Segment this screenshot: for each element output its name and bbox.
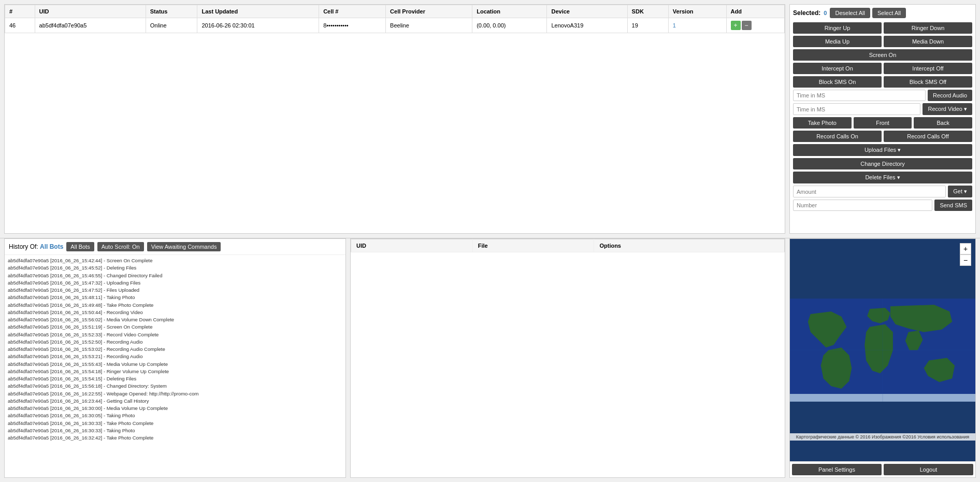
files-col-uid: UID [351,239,473,252]
time-ms-input-2[interactable] [793,103,920,115]
ringer-up-button[interactable]: Ringer Up [793,22,882,34]
select-all-button[interactable]: Select All [872,8,906,18]
col-cell-provider: Cell Provider [386,5,472,18]
block-sms-off-button[interactable]: Block SMS Off [884,76,972,88]
history-log-entry: ab5df4dfa07e90a5 [2016_06_26_16:32:42] -… [8,434,342,442]
record-calls-off-button[interactable]: Record Calls Off [884,131,972,142]
history-log-entry: ab5df4dfa07e90a5 [2016_06_26_15:52:33] -… [8,331,342,338]
intercept-on-button[interactable]: Intercept On [793,63,882,74]
history-log: ab5df4dfa07e90a5 [2016_06_26_15:42:44] -… [5,255,345,477]
zoom-in-button[interactable]: + [960,243,971,254]
time-ms-input-1[interactable] [793,90,926,101]
map-footer: Panel Settings Logout [790,461,975,477]
history-log-entry: ab5df4dfa07e90a5 [2016_06_26_16:30:33] -… [8,427,342,434]
media-up-button[interactable]: Media Up [793,36,882,47]
media-down-button[interactable]: Media Down [884,36,972,47]
col-last-updated: Last Updated [197,5,319,18]
record-audio-button[interactable]: Record Audio [928,90,972,101]
history-log-entry: ab5df4dfa07e90a5 [2016_06_26_15:53:21] -… [8,353,342,360]
row-num: 46 [5,18,35,33]
history-log-entry: ab5df4dfa07e90a5 [2016_06_26_16:23:44] -… [8,398,342,405]
row-status: Online [146,18,197,33]
select-btn-group: Deselect All Select All [830,8,906,18]
back-button[interactable]: Back [914,117,972,129]
history-log-entry: ab5df4dfa07e90a5 [2016_06_26_15:52:50] -… [8,338,342,346]
front-button[interactable]: Front [854,117,912,129]
row-version: 1 [668,18,726,33]
control-panel: Selected: 0 Deselect All Select All Ring… [789,4,976,234]
row-cell-provider: Beeline [386,18,472,33]
all-bots-button[interactable]: All Bots [66,242,94,251]
change-directory-button[interactable]: Change Directory [793,158,972,169]
map-panel: + − Картографические данные © 2016 Изобр… [789,238,976,478]
history-log-entry: ab5df4dfa07e90a5 [2016_06_26_15:56:18] -… [8,382,342,390]
selected-count: 0 [824,10,827,16]
row-location: (0.00, 0.00) [472,18,547,33]
history-log-entry: ab5df4dfa07e90a5 [2016_06_26_16:30:33] -… [8,420,342,427]
row-add[interactable]: + − [726,18,784,33]
row-last-updated: 2016-06-26 02:30:01 [197,18,319,33]
ringer-down-button[interactable]: Ringer Down [884,22,972,34]
add-plus-button[interactable]: + [731,21,741,30]
auto-scroll-button[interactable]: Auto Scroll: On [97,242,144,251]
deselect-all-button[interactable]: Deselect All [830,8,870,18]
take-photo-button[interactable]: Take Photo [793,117,852,129]
history-title: History Of: All Bots [9,243,63,250]
history-log-entry: ab5df4dfa07e90a5 [2016_06_26_15:48:11] -… [8,294,342,301]
selected-label: Selected: [793,9,820,17]
history-title-text: History Of: [9,243,38,250]
panel-settings-button[interactable]: Panel Settings [792,464,882,475]
map-attribution: Картографические данные © 2016 Изображен… [790,433,975,441]
history-log-entry: ab5df4dfa07e90a5 [2016_06_26_15:56:02] -… [8,316,342,323]
zoom-out-button[interactable]: − [960,254,971,266]
number-input[interactable] [793,200,932,211]
history-header: History Of: All Bots All Bots Auto Scrol… [5,239,345,255]
row-uid: ab5df4dfa07e90a5 [35,18,146,33]
history-log-entry: ab5df4dfa07e90a5 [2016_06_26_16:22:55] -… [8,390,342,398]
files-col-options: Options [594,239,785,252]
block-sms-on-button[interactable]: Block SMS On [793,76,882,88]
history-log-entry: ab5df4dfa07e90a5 [2016_06_26_15:47:32] -… [8,279,342,287]
history-log-entry: ab5df4dfa07e90a5 [2016_06_26_16:30:00] -… [8,405,342,412]
amount-input[interactable] [793,186,946,197]
files-col-file: File [472,239,594,252]
col-device: Device [547,5,627,18]
history-all-bots-label: All Bots [40,243,63,250]
record-video-button[interactable]: Record Video ▾ [923,103,972,115]
upload-files-button[interactable]: Upload Files ▾ [793,144,972,156]
intercept-off-button[interactable]: Intercept Off [884,63,972,74]
col-version: Version [668,5,726,18]
send-sms-button[interactable]: Send SMS [934,200,972,211]
col-num: # [5,5,35,18]
col-cell: Cell # [319,5,386,18]
get-button[interactable]: Get ▾ [948,186,972,197]
history-panel: History Of: All Bots All Bots Auto Scrol… [4,238,346,478]
device-table-area: # UID Status Last Updated Cell # Cell Pr… [4,4,785,234]
add-minus-button[interactable]: − [742,21,752,30]
history-log-entry: ab5df4dfa07e90a5 [2016_06_26_15:53:02] -… [8,346,342,353]
history-log-entry: ab5df4dfa07e90a5 [2016_06_26_15:45:52] -… [8,264,342,272]
view-awaiting-button[interactable]: View Awaiting Commands [147,242,221,251]
selected-row: Selected: 0 Deselect All Select All [793,8,972,18]
delete-files-button[interactable]: Delete Files ▾ [793,172,972,183]
history-log-entry: ab5df4dfa07e90a5 [2016_06_26_15:49:48] -… [8,302,342,309]
table-row[interactable]: 46 ab5df4dfa07e90a5 Online 2016-06-26 02… [5,18,785,33]
history-log-entry: ab5df4dfa07e90a5 [2016_06_26_15:54:18] -… [8,368,342,375]
history-log-entry: ab5df4dfa07e90a5 [2016_06_26_15:50:44] -… [8,309,342,316]
files-panel: UID File Options [350,238,785,478]
history-log-entry: ab5df4dfa07e90a5 [2016_06_26_15:47:52] -… [8,287,342,294]
world-map-svg [790,239,975,461]
history-log-entry: ab5df4dfa07e90a5 [2016_06_26_16:30:05] -… [8,412,342,419]
history-log-entry: ab5df4dfa07e90a5 [2016_06_26_15:55:43] -… [8,361,342,368]
row-sdk: 19 [627,18,668,33]
col-status: Status [146,5,197,18]
record-calls-on-button[interactable]: Record Calls On [793,131,882,142]
logout-button[interactable]: Logout [884,464,973,475]
screen-on-button[interactable]: Screen On [793,49,972,61]
history-log-entry: ab5df4dfa07e90a5 [2016_06_26_15:42:44] -… [8,257,342,264]
row-device: LenovoA319 [547,18,627,33]
col-add: Add [726,5,784,18]
map-zoom-controls: + − [960,243,971,266]
history-log-entry: ab5df4dfa07e90a5 [2016_06_26_15:46:55] -… [8,272,342,279]
map-inner: + − Картографические данные © 2016 Изобр… [790,239,975,461]
